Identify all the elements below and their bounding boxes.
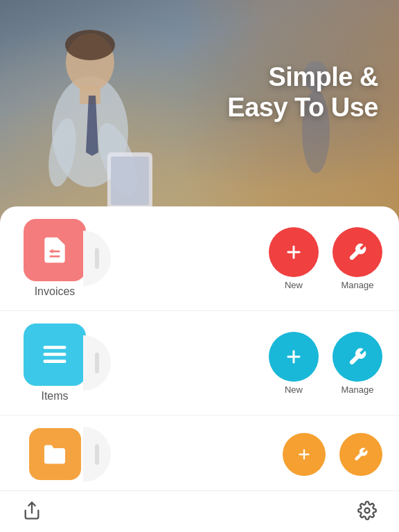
items-new-label: New <box>285 384 303 395</box>
bottom-toolbar <box>0 490 399 532</box>
wrench-icon <box>348 242 367 262</box>
svg-rect-16 <box>44 346 66 349</box>
invoices-new-label: New <box>285 280 303 290</box>
invoices-row: $ Invoices New <box>0 206 399 311</box>
items-manage-label: Manage <box>342 384 374 395</box>
svg-point-24 <box>365 508 370 513</box>
invoices-manage-group: Manage <box>332 227 382 290</box>
items-manage-group: Manage <box>332 332 382 395</box>
invoices-manage-label: Manage <box>342 280 374 290</box>
items-manage-button[interactable] <box>332 332 382 382</box>
invoices-new-button[interactable] <box>269 227 319 277</box>
hero-person-image <box>0 14 194 229</box>
items-left: Items <box>17 323 93 402</box>
third-actions <box>283 433 382 476</box>
svg-rect-18 <box>44 360 66 363</box>
wrench-icon-2 <box>348 347 367 366</box>
invoices-swipe-handle[interactable] <box>83 231 111 286</box>
third-left <box>17 428 93 480</box>
invoices-left: $ Invoices <box>17 219 93 298</box>
settings-button[interactable] <box>355 498 380 525</box>
third-swipe-handle[interactable] <box>83 427 111 482</box>
items-row: Items New Manage <box>0 311 399 416</box>
items-swipe-handle[interactable] <box>83 335 111 391</box>
hero-section: Simple & Easy To Use <box>0 0 399 229</box>
wrench-icon-3 <box>353 447 369 462</box>
items-new-button[interactable] <box>269 332 319 382</box>
invoices-actions: New Manage <box>269 227 382 290</box>
main-panel: $ Invoices New <box>0 206 399 532</box>
gear-icon <box>357 501 377 520</box>
invoices-manage-button[interactable] <box>332 227 382 277</box>
third-new-group <box>283 433 326 476</box>
invoice-icon: $ <box>39 235 70 265</box>
items-icon-wrap[interactable] <box>24 323 86 386</box>
third-new-button[interactable] <box>283 433 326 476</box>
invoices-new-group: New <box>269 227 319 290</box>
third-manage-button[interactable] <box>339 433 382 476</box>
share-button[interactable] <box>19 498 44 525</box>
hero-title: Simple & Easy To Use <box>227 62 378 123</box>
items-new-group: New <box>269 332 319 395</box>
plus-icon-3 <box>296 447 312 462</box>
invoices-label: Invoices <box>35 285 76 298</box>
svg-point-2 <box>65 30 115 60</box>
third-row <box>0 416 399 493</box>
third-icon-wrap[interactable] <box>29 428 81 480</box>
share-icon <box>22 501 42 520</box>
list-icon <box>39 339 70 370</box>
invoices-icon-wrap[interactable]: $ <box>24 219 86 281</box>
folder-icon <box>42 442 67 467</box>
svg-rect-17 <box>44 353 66 356</box>
items-label: Items <box>41 390 68 402</box>
svg-rect-7 <box>111 157 149 205</box>
svg-text:$: $ <box>51 248 54 254</box>
plus-icon-2 <box>284 347 303 366</box>
third-manage-group <box>339 433 382 476</box>
hero-text-block: Simple & Easy To Use <box>227 62 378 123</box>
items-actions: New Manage <box>269 332 382 395</box>
plus-icon <box>284 242 303 262</box>
